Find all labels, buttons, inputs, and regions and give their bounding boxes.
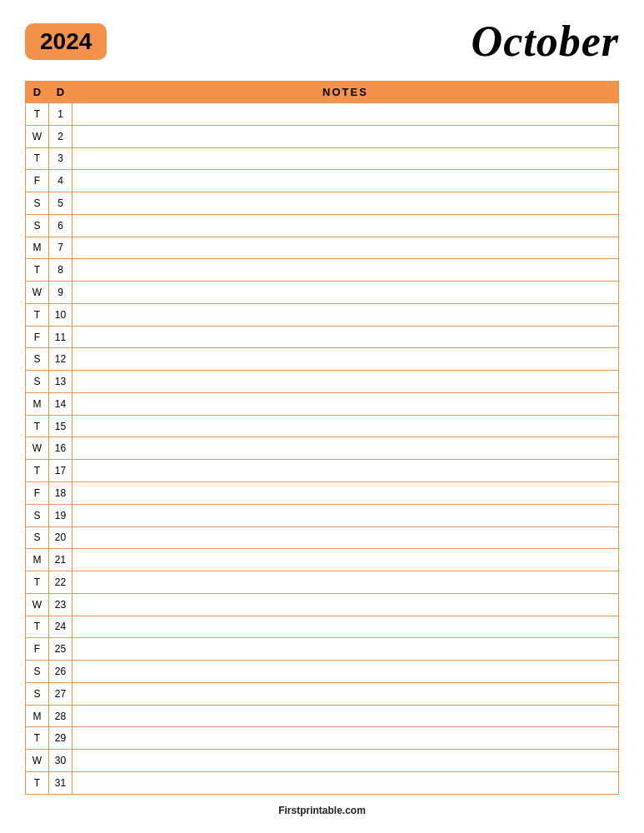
day-num-cell: 27 xyxy=(49,682,72,705)
day-num-cell: 10 xyxy=(49,303,72,326)
col-header-notes: NOTES xyxy=(72,82,619,103)
day-num-cell: 13 xyxy=(49,371,72,393)
table-row: F4 xyxy=(26,170,619,192)
notes-cell[interactable] xyxy=(72,750,619,772)
day-num-cell: 30 xyxy=(49,750,72,772)
day-num-cell: 9 xyxy=(49,282,72,304)
notes-cell[interactable] xyxy=(72,682,619,705)
notes-cell[interactable] xyxy=(72,103,619,126)
notes-cell[interactable] xyxy=(72,237,619,259)
notes-cell[interactable] xyxy=(72,549,619,571)
day-letter-cell: T xyxy=(26,103,49,126)
day-num-cell: 1 xyxy=(49,103,72,126)
day-letter-cell: F xyxy=(26,170,49,192)
notes-cell[interactable] xyxy=(72,504,619,526)
table-row: S6 xyxy=(26,214,619,237)
day-letter-cell: W xyxy=(26,437,49,460)
table-row: T1 xyxy=(26,103,619,126)
footer-tld: .com xyxy=(342,805,366,816)
notes-cell[interactable] xyxy=(72,526,619,549)
notes-cell[interactable] xyxy=(72,147,619,170)
notes-cell[interactable] xyxy=(72,371,619,393)
notes-cell[interactable] xyxy=(72,460,619,482)
day-letter-cell: S xyxy=(26,661,49,683)
day-letter-cell: T xyxy=(26,771,49,794)
month-title: October xyxy=(472,17,619,66)
day-letter-cell: S xyxy=(26,214,49,237)
notes-cell[interactable] xyxy=(72,661,619,683)
table-row: W9 xyxy=(26,282,619,304)
table-row: M28 xyxy=(26,705,619,727)
header: 2024 October xyxy=(25,17,619,66)
table-row: S12 xyxy=(26,348,619,371)
day-letter-cell: F xyxy=(26,326,49,348)
notes-cell[interactable] xyxy=(72,482,619,505)
table-row: T3 xyxy=(26,147,619,170)
notes-cell[interactable] xyxy=(72,638,619,661)
day-letter-cell: S xyxy=(26,348,49,371)
day-letter-cell: M xyxy=(26,237,49,259)
table-header-row: D D NOTES xyxy=(26,82,619,103)
day-num-cell: 25 xyxy=(49,638,72,661)
day-letter-cell: M xyxy=(26,705,49,727)
day-num-cell: 14 xyxy=(49,392,72,415)
table-row: T8 xyxy=(26,259,619,282)
day-letter-cell: T xyxy=(26,460,49,482)
notes-cell[interactable] xyxy=(72,170,619,192)
day-letter-cell: T xyxy=(26,571,49,594)
day-num-cell: 8 xyxy=(49,259,72,282)
notes-cell[interactable] xyxy=(72,303,619,326)
day-letter-cell: W xyxy=(26,125,49,147)
table-row: T17 xyxy=(26,460,619,482)
notes-cell[interactable] xyxy=(72,593,619,616)
notes-cell[interactable] xyxy=(72,616,619,638)
day-num-cell: 12 xyxy=(49,348,72,371)
day-letter-cell: W xyxy=(26,593,49,616)
notes-cell[interactable] xyxy=(72,125,619,147)
day-num-cell: 21 xyxy=(49,549,72,571)
table-row: W30 xyxy=(26,750,619,772)
table-row: W23 xyxy=(26,593,619,616)
notes-cell[interactable] xyxy=(72,348,619,371)
day-letter-cell: W xyxy=(26,750,49,772)
day-num-cell: 23 xyxy=(49,593,72,616)
notes-cell[interactable] xyxy=(72,705,619,727)
notes-cell[interactable] xyxy=(72,415,619,437)
notes-cell[interactable] xyxy=(72,392,619,415)
notes-cell[interactable] xyxy=(72,571,619,594)
table-row: T22 xyxy=(26,571,619,594)
day-letter-cell: T xyxy=(26,303,49,326)
day-num-cell: 29 xyxy=(49,727,72,750)
notes-cell[interactable] xyxy=(72,214,619,237)
table-row: M7 xyxy=(26,237,619,259)
notes-cell[interactable] xyxy=(72,727,619,750)
day-num-cell: 31 xyxy=(49,771,72,794)
table-row: M14 xyxy=(26,392,619,415)
notes-cell[interactable] xyxy=(72,259,619,282)
table-row: W2 xyxy=(26,125,619,147)
day-num-cell: 4 xyxy=(49,170,72,192)
day-letter-cell: F xyxy=(26,638,49,661)
day-letter-cell: S xyxy=(26,192,49,215)
notes-cell[interactable] xyxy=(72,282,619,304)
day-num-cell: 3 xyxy=(49,147,72,170)
notes-cell[interactable] xyxy=(72,326,619,348)
day-num-cell: 22 xyxy=(49,571,72,594)
day-letter-cell: F xyxy=(26,482,49,505)
table-row: T15 xyxy=(26,415,619,437)
table-row: F11 xyxy=(26,326,619,348)
day-letter-cell: S xyxy=(26,504,49,526)
day-num-cell: 7 xyxy=(49,237,72,259)
day-num-cell: 26 xyxy=(49,661,72,683)
table-row: W16 xyxy=(26,437,619,460)
notes-cell[interactable] xyxy=(72,437,619,460)
notes-cell[interactable] xyxy=(72,771,619,794)
day-num-cell: 19 xyxy=(49,504,72,526)
notes-cell[interactable] xyxy=(72,192,619,215)
day-num-cell: 2 xyxy=(49,125,72,147)
day-letter-cell: S xyxy=(26,371,49,393)
table-row: S20 xyxy=(26,526,619,549)
day-letter-cell: T xyxy=(26,415,49,437)
table-row: S27 xyxy=(26,682,619,705)
table-row: F18 xyxy=(26,482,619,505)
